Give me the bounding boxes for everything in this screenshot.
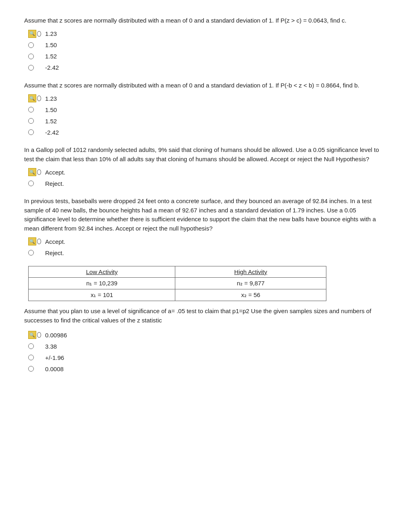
question-1: Assume that z scores are normally distri…	[24, 16, 387, 72]
radio-icon[interactable]	[28, 128, 41, 137]
option-row[interactable]: 🔍 1.23	[28, 94, 387, 103]
option-row[interactable]: 1.52	[28, 52, 387, 61]
option-label: -2.42	[45, 64, 59, 71]
option-label: 0.00986	[45, 332, 67, 339]
selected-answer-icon: 🔍	[28, 168, 36, 176]
radio-button[interactable]	[28, 118, 34, 124]
question-4: In previous tests, baseballs were droppe…	[24, 197, 387, 257]
table-cell-n1: n₁ = 10,239	[29, 278, 175, 289]
question-1-text: Assume that z scores are normally distri…	[24, 16, 387, 25]
radio-selected-icon[interactable]: 🔍	[28, 330, 41, 339]
option-row[interactable]: 1.50	[28, 105, 387, 114]
option-row[interactable]: Reject.	[28, 179, 387, 188]
question-5-options: 🔍 0.00986 3.38 +/-1.96	[28, 330, 387, 373]
table-row: n₁ = 10,239 n₂ = 9,877	[29, 278, 326, 289]
selected-answer-icon: 🔍	[28, 237, 36, 245]
question-5: Low Activity High Activity n₁ = 10,239 n…	[24, 266, 387, 373]
table-header-high-activity: High Activity	[175, 266, 326, 278]
option-row[interactable]: -2.42	[28, 128, 387, 137]
radio-button[interactable]	[28, 343, 34, 349]
radio-button[interactable]	[28, 366, 34, 372]
option-row[interactable]: 🔍 0.00986	[28, 330, 387, 339]
radio-button[interactable]	[28, 181, 34, 186]
option-label: -2.42	[45, 129, 59, 136]
question-2-options: 🔍 1.23 1.50 1.52 -2.42	[28, 94, 387, 137]
radio-button[interactable]	[28, 129, 34, 135]
selected-answer-icon: 🔍	[28, 331, 36, 339]
option-row[interactable]: 1.52	[28, 116, 387, 125]
radio-icon[interactable]	[28, 364, 41, 373]
option-label: 0.0008	[45, 366, 64, 372]
radio-button[interactable]	[28, 65, 34, 71]
question-3-text: In a Gallop poll of 1012 randomly select…	[24, 145, 387, 164]
option-label: Accept.	[45, 238, 65, 245]
table-cell-n2: n₂ = 9,877	[175, 278, 326, 289]
radio-button[interactable]	[28, 42, 34, 48]
option-row[interactable]: -2.42	[28, 63, 387, 72]
option-label: 1.50	[45, 106, 57, 113]
option-row[interactable]: Reject.	[28, 248, 387, 257]
option-label: 1.50	[45, 42, 57, 48]
activity-table: Low Activity High Activity n₁ = 10,239 n…	[28, 266, 326, 301]
radio-icon[interactable]	[28, 63, 41, 72]
option-row[interactable]: 0.0008	[28, 364, 387, 373]
radio-button[interactable]	[37, 332, 41, 338]
radio-icon[interactable]	[28, 116, 41, 125]
radio-icon[interactable]	[28, 248, 41, 257]
radio-icon[interactable]	[28, 342, 41, 351]
radio-icon[interactable]	[28, 179, 41, 188]
question-2: Assume that z scores are normally distri…	[24, 81, 387, 137]
radio-button[interactable]	[28, 355, 34, 360]
selected-answer-icon: 🔍	[28, 94, 36, 102]
table-cell-x2: x₂ = 56	[175, 289, 326, 301]
question-3: In a Gallop poll of 1012 randomly select…	[24, 145, 387, 188]
radio-selected-icon[interactable]: 🔍	[28, 94, 41, 103]
question-3-options: 🔍 Accept. Reject.	[28, 168, 387, 188]
option-label: +/-1.96	[45, 354, 64, 361]
option-row[interactable]: +/-1.96	[28, 353, 387, 362]
option-row[interactable]: 1.50	[28, 41, 387, 50]
radio-selected-icon[interactable]: 🔍	[28, 29, 41, 38]
radio-icon[interactable]	[28, 52, 41, 61]
question-5-text: Assume that you plan to use a level of s…	[24, 307, 387, 325]
option-label: Accept.	[45, 169, 65, 176]
radio-button[interactable]	[37, 96, 41, 101]
radio-button[interactable]	[28, 107, 34, 112]
option-label: Reject.	[45, 180, 64, 187]
radio-selected-icon[interactable]: 🔍	[28, 237, 41, 246]
radio-icon[interactable]	[28, 105, 41, 114]
radio-button[interactable]	[37, 169, 41, 175]
radio-button[interactable]	[28, 54, 34, 59]
option-row[interactable]: 🔍 Accept.	[28, 168, 387, 177]
option-label: Reject.	[45, 249, 64, 256]
question-2-text: Assume that z scores are normally distri…	[24, 81, 387, 90]
radio-button[interactable]	[37, 31, 41, 37]
radio-icon[interactable]	[28, 353, 41, 362]
option-row[interactable]: 3.38	[28, 342, 387, 351]
option-label: 3.38	[45, 343, 57, 350]
question-4-options: 🔍 Accept. Reject.	[28, 237, 387, 257]
option-label: 1.23	[45, 30, 57, 37]
radio-icon[interactable]	[28, 41, 41, 50]
option-row[interactable]: 🔍 Accept.	[28, 237, 387, 246]
question-4-text: In previous tests, baseballs were droppe…	[24, 197, 387, 233]
option-row[interactable]: 🔍 1.23	[28, 29, 387, 38]
option-label: 1.52	[45, 118, 57, 125]
table-cell-x1: x₁ = 101	[29, 289, 175, 301]
table-row: x₁ = 101 x₂ = 56	[29, 289, 326, 301]
selected-answer-icon: 🔍	[28, 30, 36, 38]
radio-button[interactable]	[28, 250, 34, 256]
radio-button[interactable]	[37, 239, 41, 244]
question-1-options: 🔍 1.23 1.50 1.52 -2.42	[28, 29, 387, 72]
option-label: 1.52	[45, 53, 57, 60]
option-label: 1.23	[45, 95, 57, 102]
table-header-low-activity: Low Activity	[29, 266, 175, 278]
radio-selected-icon[interactable]: 🔍	[28, 168, 41, 177]
